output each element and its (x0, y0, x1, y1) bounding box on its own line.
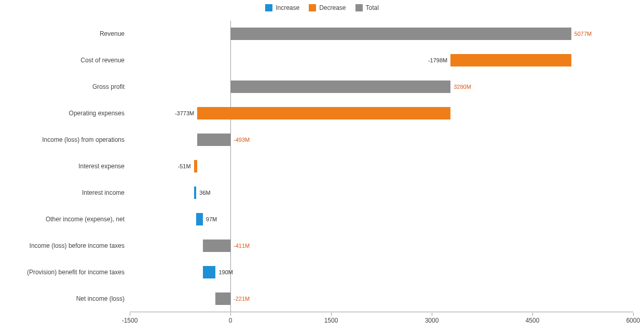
bar-value-label: -221M (234, 296, 250, 302)
bar-value-label: 36M (199, 190, 210, 196)
x-tick-label: 3000 (425, 317, 439, 324)
x-tick-label: 1500 (324, 317, 338, 324)
waterfall-bar[interactable] (197, 134, 230, 146)
waterfall-bar[interactable] (203, 266, 216, 278)
legend-swatch-total (355, 4, 363, 11)
x-tick (230, 313, 231, 316)
legend-label-increase: Increase (276, 4, 299, 11)
x-tick (130, 313, 130, 316)
bar-value-label: -411M (234, 243, 250, 249)
y-axis-label: Interest expense (78, 163, 125, 170)
y-axis-label: Income (loss) before income taxes (30, 242, 125, 249)
legend-item-decrease[interactable]: Decrease (309, 4, 346, 11)
y-axis-label: Gross profit (92, 83, 125, 90)
x-tick-label: -1500 (122, 317, 138, 324)
x-axis: -150001500300045006000 (130, 313, 633, 328)
y-axis-label: Operating expenses (69, 110, 125, 117)
bar-value-label: 190M (218, 269, 233, 275)
bar-value-label: 97M (206, 216, 217, 222)
x-tick (633, 313, 634, 316)
y-axis-label: Other income (expense), net (46, 216, 125, 223)
legend-item-total[interactable]: Total (355, 4, 379, 11)
legend-item-increase[interactable]: Increase (265, 4, 299, 11)
y-axis-label: Interest income (82, 189, 125, 196)
zero-axis-line (230, 21, 231, 312)
legend-swatch-decrease (309, 4, 316, 11)
waterfall-bar[interactable] (203, 239, 230, 252)
waterfall-bar[interactable] (230, 81, 450, 93)
waterfall-bar[interactable] (194, 160, 198, 172)
legend-swatch-increase (265, 4, 272, 11)
waterfall-bar[interactable] (230, 28, 571, 40)
x-tick-label: 4500 (526, 317, 540, 324)
y-axis-label: (Provision) benefit for income taxes (27, 269, 125, 276)
x-tick (532, 313, 533, 316)
y-axis-label: Cost of revenue (80, 57, 125, 64)
x-tick-label: 6000 (626, 317, 640, 324)
x-tick-label: 0 (229, 317, 232, 324)
bar-value-label: -493M (234, 137, 250, 143)
x-tick (331, 313, 332, 316)
y-axis-label: Revenue (100, 30, 125, 37)
legend-label-decrease: Decrease (319, 4, 346, 11)
y-axis-label: Net income (loss) (76, 295, 125, 302)
waterfall-bar[interactable] (450, 54, 571, 66)
bar-value-label: -1798M (428, 57, 447, 63)
chart-area: 5077M-1798M3280M-3773M-493M-51M36M97M-41… (130, 21, 633, 312)
bar-value-label: -3773M (175, 110, 194, 116)
waterfall-bar[interactable] (197, 107, 450, 119)
legend-label-total: Total (366, 4, 379, 11)
bar-value-label: -51M (178, 163, 191, 169)
waterfall-bar[interactable] (196, 213, 203, 225)
x-axis-line (130, 312, 633, 312)
x-tick (432, 313, 432, 316)
legend: Increase Decrease Total (0, 0, 644, 14)
y-axis-label: Income (loss) from operations (42, 136, 125, 143)
plot-area: RevenueCost of revenueGross profitOperat… (0, 16, 644, 333)
waterfall-bar[interactable] (194, 187, 197, 199)
waterfall-bar[interactable] (215, 292, 230, 305)
bar-value-label: 3280M (454, 84, 471, 90)
bar-value-label: 5077M (574, 31, 592, 37)
